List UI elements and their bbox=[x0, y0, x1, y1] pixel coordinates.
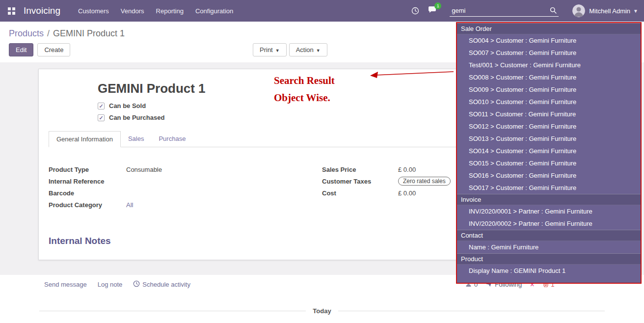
field-label: Product Type bbox=[49, 166, 126, 173]
chevron-down-icon: ▼ bbox=[633, 8, 638, 14]
left-action-buttons: Edit Create bbox=[9, 43, 70, 56]
edit-button[interactable]: Edit bbox=[9, 43, 33, 56]
dropdown-result-item[interactable]: SO012 > Customer : Gemini Furniture bbox=[457, 120, 641, 133]
dropdown-group-header: Sale Order bbox=[457, 23, 641, 34]
field-row: Internal Reference bbox=[49, 178, 322, 186]
dropdown-group-header: Contact bbox=[457, 230, 641, 241]
dropdown-result-item[interactable]: Test/001 > Customer : Gemini Furniture bbox=[457, 59, 641, 71]
apps-menu-icon[interactable] bbox=[5, 4, 18, 17]
field-label: Customer Taxes bbox=[322, 178, 398, 185]
field-label: Sales Price bbox=[322, 166, 398, 173]
dropdown-result-item[interactable]: Name : Gemini Furniture bbox=[457, 241, 641, 253]
annotation-arrow bbox=[369, 68, 456, 80]
app-name[interactable]: Invoicing bbox=[24, 5, 60, 16]
checkbox[interactable]: ✓ bbox=[98, 103, 105, 109]
clock-icon bbox=[133, 280, 140, 289]
annotation-text: Search Result Object Wise. bbox=[274, 72, 335, 107]
messages-icon[interactable]: 1 bbox=[428, 6, 437, 16]
menu-item-customers[interactable]: Customers bbox=[73, 4, 114, 18]
dropdown-result-item[interactable]: SO007 > Customer : Gemini Furniture bbox=[457, 47, 641, 59]
checkbox-label: Can be Purchased bbox=[109, 114, 164, 121]
tab-purchase[interactable]: Purchase bbox=[151, 131, 193, 147]
tax-tag: Zero rated sales bbox=[398, 177, 451, 186]
dropdown-result-item[interactable]: Display Name : GEMINI Product 1 bbox=[457, 265, 641, 277]
dropdown-result-item[interactable]: SO010 > Customer : Gemini Furniture bbox=[457, 96, 641, 108]
dropdown-result-item[interactable]: INV/2020/0001 > Partner : Gemini Furnitu… bbox=[457, 205, 641, 217]
chevron-down-icon: ▼ bbox=[316, 48, 321, 53]
search-input[interactable] bbox=[450, 5, 559, 17]
tab-general-information[interactable]: General Information bbox=[49, 131, 121, 147]
dropdown-result-item[interactable]: SO011 > Customer : Gemini Furniture bbox=[457, 108, 641, 120]
dropdown-result-item[interactable]: SO014 > Customer : Gemini Furniture bbox=[457, 145, 641, 157]
search-dropdown: Sale OrderSO004 > Customer : Gemini Furn… bbox=[456, 22, 642, 284]
messages-badge: 1 bbox=[434, 2, 441, 9]
center-action-buttons: Print▼ Action▼ bbox=[253, 43, 327, 56]
dropdown-result-item[interactable]: SO015 > Customer : Gemini Furniture bbox=[457, 157, 641, 169]
schedule-activity-button[interactable]: Schedule activity bbox=[133, 280, 190, 289]
navbar-right: 1 Mitchell Admin ▼ bbox=[411, 0, 638, 22]
menu-item-vendors[interactable]: Vendors bbox=[116, 4, 149, 18]
chatter-links: Send message Log note Schedule activity bbox=[44, 280, 190, 289]
search-icon[interactable] bbox=[550, 7, 557, 16]
field-label: Internal Reference bbox=[49, 178, 126, 185]
annotation-line-1: Search Result bbox=[274, 72, 335, 89]
field-label: Barcode bbox=[49, 189, 126, 197]
checkbox-label: Can be Sold bbox=[109, 102, 146, 109]
dropdown-group-header: Invoice bbox=[457, 194, 641, 205]
field-value[interactable]: All bbox=[126, 201, 133, 209]
menu-item-configuration[interactable]: Configuration bbox=[190, 4, 238, 18]
dropdown-result-item[interactable]: INV/2020/0002 > Partner : Gemini Furnitu… bbox=[457, 217, 641, 230]
user-name: Mitchell Admin bbox=[589, 7, 630, 15]
user-avatar bbox=[572, 4, 585, 17]
tab-sales[interactable]: Sales bbox=[121, 131, 152, 147]
breadcrumb-current: GEMINI Product 1 bbox=[53, 28, 125, 38]
field-value: £ 0.00 bbox=[398, 189, 416, 197]
field-row: Barcode bbox=[49, 189, 322, 198]
field-value: £ 0.00 bbox=[398, 166, 416, 173]
send-message-button[interactable]: Send message bbox=[44, 281, 87, 288]
field-row: Product CategoryAll bbox=[49, 201, 322, 210]
checkbox[interactable]: ✓ bbox=[98, 114, 105, 121]
top-navbar: Invoicing CustomersVendorsReportingConfi… bbox=[0, 0, 644, 22]
annotation-line-2: Object Wise. bbox=[274, 89, 335, 107]
date-divider-label: Today bbox=[313, 307, 331, 315]
breadcrumb-parent[interactable]: Products bbox=[9, 28, 44, 38]
dropdown-result-item[interactable]: SO013 > Customer : Gemini Furniture bbox=[457, 133, 641, 145]
field-row: Product TypeConsumable bbox=[49, 166, 322, 174]
navbar-search bbox=[450, 5, 559, 17]
date-divider: Today bbox=[39, 307, 605, 315]
dropdown-result-item[interactable]: SO016 > Customer : Gemini Furniture bbox=[457, 169, 641, 182]
menu-item-reporting[interactable]: Reporting bbox=[151, 4, 188, 18]
main-menu: CustomersVendorsReportingConfiguration bbox=[73, 4, 240, 18]
field-label: Cost bbox=[322, 189, 398, 197]
field-value: Consumable bbox=[126, 166, 162, 173]
dropdown-result-item[interactable]: SO004 > Customer : Gemini Furniture bbox=[457, 34, 641, 47]
breadcrumb-separator: / bbox=[45, 28, 52, 38]
field-label: Product Category bbox=[49, 201, 126, 209]
log-note-button[interactable]: Log note bbox=[98, 281, 123, 288]
create-button[interactable]: Create bbox=[37, 43, 70, 56]
dropdown-result-item[interactable]: SO008 > Customer : Gemini Furniture bbox=[457, 71, 641, 83]
activities-clock-icon[interactable] bbox=[411, 7, 419, 15]
chevron-down-icon: ▼ bbox=[275, 48, 280, 53]
user-menu[interactable]: Mitchell Admin ▼ bbox=[572, 4, 638, 17]
fields-left: Product TypeConsumableInternal Reference… bbox=[49, 166, 322, 213]
action-button[interactable]: Action▼ bbox=[289, 43, 327, 56]
dropdown-group-header: Product bbox=[457, 253, 641, 265]
print-button[interactable]: Print▼ bbox=[253, 43, 287, 56]
dropdown-result-item[interactable]: SO009 > Customer : Gemini Furniture bbox=[457, 83, 641, 96]
dropdown-result-item[interactable]: SO017 > Customer : Gemini Furniture bbox=[457, 182, 641, 194]
